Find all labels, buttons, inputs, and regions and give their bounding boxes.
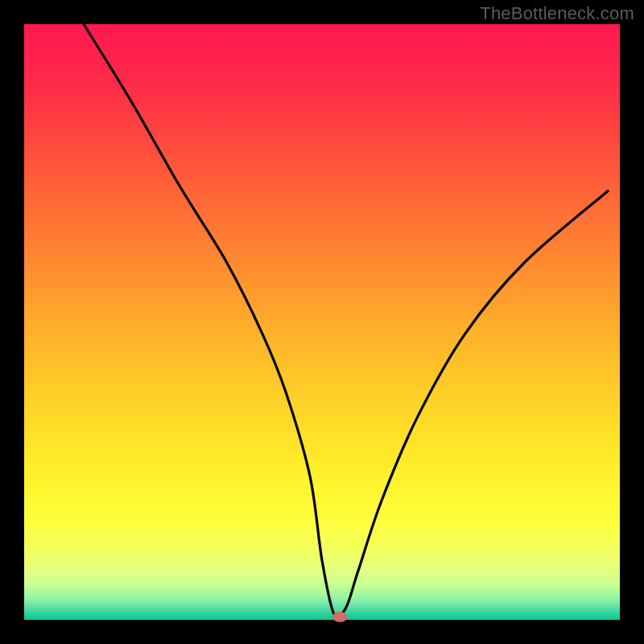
bottleneck-chart xyxy=(0,0,644,644)
chart-container: TheBottleneck.com xyxy=(0,0,644,644)
watermark-text: TheBottleneck.com xyxy=(480,3,634,24)
optimal-point-marker xyxy=(332,612,347,622)
plot-background xyxy=(24,24,620,620)
